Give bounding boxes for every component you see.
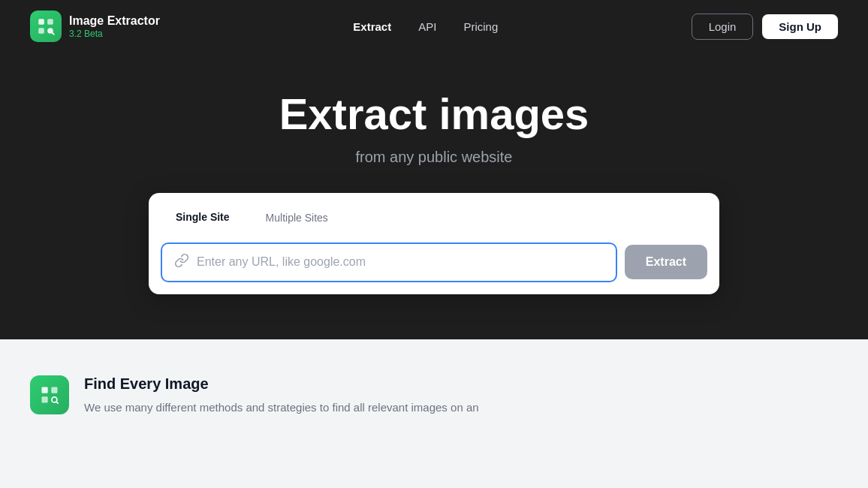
logo-text: Image Extractor 3.2 Beta (69, 14, 160, 38)
svg-rect-5 (42, 387, 48, 393)
tabs-row: Single Site Multiple Sites (149, 193, 719, 232)
app-version-badge: 3.2 Beta (69, 29, 160, 39)
header: Image Extractor 3.2 Beta Extract API Pri… (0, 0, 868, 53)
header-actions: Login Sign Up (692, 14, 838, 40)
svg-line-9 (56, 402, 58, 403)
url-input[interactable] (197, 255, 604, 269)
signup-button[interactable]: Sign Up (762, 14, 838, 39)
nav-api[interactable]: API (418, 20, 436, 33)
app-logo-icon (30, 11, 62, 42)
link-icon (174, 253, 189, 272)
login-button[interactable]: Login (692, 14, 754, 40)
feature-icon-box (30, 375, 69, 414)
bottom-section: Find Every Image We use many different m… (0, 339, 868, 439)
url-input-wrapper (161, 242, 617, 282)
tab-content: Extract (149, 232, 719, 294)
feature-text: Find Every Image We use many different m… (84, 375, 838, 417)
main-nav: Extract API Pricing (353, 20, 498, 33)
svg-rect-2 (38, 28, 44, 34)
feature-description: We use many different methods and strate… (84, 399, 838, 417)
logo-area: Image Extractor 3.2 Beta (30, 11, 160, 42)
tab-single-site[interactable]: Single Site (159, 203, 246, 232)
hero-title: Extract images (279, 90, 589, 138)
svg-rect-0 (38, 19, 44, 25)
svg-rect-1 (47, 19, 53, 25)
nav-pricing[interactable]: Pricing (463, 20, 498, 33)
extract-button[interactable]: Extract (625, 245, 707, 279)
svg-rect-7 (42, 396, 48, 402)
hero-subtitle: from any public website (356, 149, 513, 166)
extract-card: Single Site Multiple Sites Extract (149, 193, 719, 294)
feature-title: Find Every Image (84, 375, 838, 393)
app-title: Image Extractor (69, 14, 160, 28)
nav-extract[interactable]: Extract (353, 20, 391, 33)
svg-rect-6 (51, 387, 57, 393)
hero-section: Extract images from any public website S… (0, 53, 868, 339)
svg-line-4 (53, 33, 54, 35)
tab-multiple-sites[interactable]: Multiple Sites (249, 203, 345, 232)
